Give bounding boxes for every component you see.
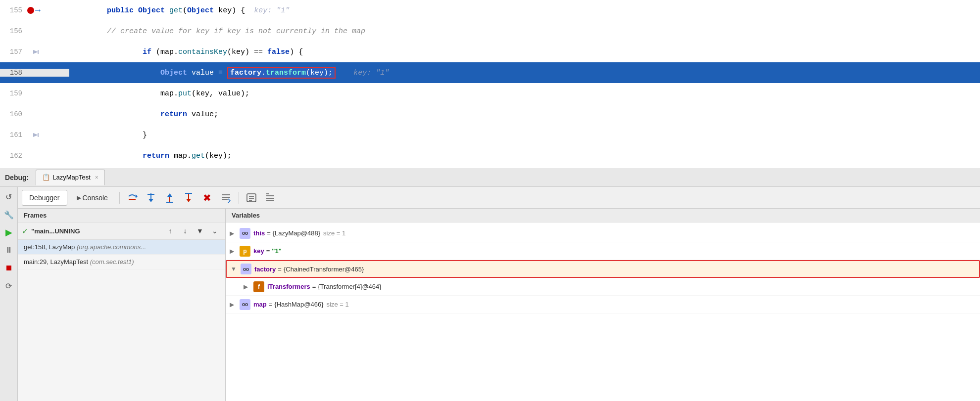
frames-filter-button[interactable]: ▼ — [194, 224, 206, 237]
variables-panel: Variables ▶ oo this = {LazyMap@488} size… — [226, 209, 980, 401]
view-breakpoints-button[interactable] — [243, 190, 260, 206]
line-number-157: 157 — [0, 48, 27, 56]
var-item-this[interactable]: ▶ oo this = {LazyMap@488} size = 1 — [226, 224, 980, 242]
debug-tabbar: Debug: 📋 LazyMapTest × — [0, 168, 980, 187]
gutter-157: 157 — [0, 47, 69, 56]
code-line-161: 161 } — [0, 125, 980, 145]
step-out-button[interactable] — [161, 190, 178, 206]
line-number-158: 158 — [0, 69, 27, 77]
mute-breakpoints-button[interactable] — [262, 190, 279, 206]
var-item-iTransformers[interactable]: ▶ f iTransformers = {Transformer[4]@464} — [226, 278, 980, 296]
tab-console-button[interactable]: ▶ Console — [69, 190, 115, 206]
frames-toolbar: ✓ "main...UNNING ↑ ↓ ▼ ⌄ — [18, 223, 225, 240]
console-arrow-icon: ▶ — [77, 194, 81, 201]
reload-button[interactable]: ⟳ — [2, 279, 16, 293]
var-eq-iTransformers: = — [312, 283, 316, 290]
svg-marker-0 — [33, 50, 38, 54]
frame-text-0: get:158, LazyMap (org.apache.commons... — [24, 243, 146, 251]
frames-down-button[interactable]: ↓ — [179, 224, 192, 237]
stop-debug-button[interactable]: ✖ — [199, 190, 216, 206]
gutter-162: 162 — [0, 152, 69, 160]
svg-marker-6 — [136, 194, 138, 198]
code-line-162: 162 return map.get(key); — [0, 145, 980, 166]
var-value-factory: {ChainedTransformer@465} — [284, 266, 364, 273]
pause-button[interactable]: ⏸ — [2, 243, 16, 257]
line-number-156: 156 — [0, 27, 27, 35]
step-over-button[interactable] — [124, 190, 141, 206]
code-line-163: 163 } — [0, 166, 980, 168]
var-expand-map[interactable]: ▶ — [230, 301, 240, 308]
var-value-map: {HashMap@466} — [274, 301, 323, 308]
var-icon-map: oo — [240, 299, 250, 310]
svg-marker-12 — [167, 193, 172, 197]
var-name-map: map — [253, 301, 267, 308]
var-eq-map: = — [269, 301, 273, 308]
var-item-map[interactable]: ▶ oo map = {HashMap@466} size = 1 — [226, 296, 980, 313]
step-into-button[interactable] — [143, 190, 159, 206]
close-tab-icon[interactable]: × — [95, 174, 98, 181]
thread-name: "main...UNNING — [31, 227, 80, 235]
code-line-157: 157 if (map.containsKey(key) == false) { — [0, 42, 980, 62]
var-item-factory[interactable]: ▼ oo factory = {ChainedTransformer@465} — [226, 260, 980, 278]
var-size-this: size = 1 — [323, 229, 345, 237]
svg-marker-2 — [33, 133, 38, 137]
restart-button[interactable]: ↺ — [2, 190, 16, 204]
frames-panel: Frames ✓ "main...UNNING ↑ ↓ ▼ ⌄ — [18, 209, 226, 401]
var-eq-key: = — [266, 247, 270, 255]
evaluate-button[interactable] — [218, 190, 235, 206]
frames-settings-button[interactable]: ⌄ — [208, 224, 221, 237]
line-content-163: } — [69, 164, 980, 169]
var-name-key: key — [253, 247, 264, 255]
code-line-158: 158 Object value = factory.transform(key… — [0, 62, 980, 83]
gutter-161: 161 — [0, 131, 69, 139]
line-content-156: // create value for key if key is not cu… — [69, 27, 980, 36]
tab-name: LazyMapTest — [52, 174, 91, 181]
stop-button[interactable]: ⏹ — [2, 261, 16, 275]
thread-check-icon: ✓ — [22, 226, 28, 236]
var-item-key[interactable]: ▶ p key = "1" — [226, 242, 980, 260]
line-content-155: public Object get(Object key) { key: "1" — [69, 0, 980, 23]
var-icon-key: p — [240, 246, 250, 257]
console-label: Console — [83, 194, 108, 202]
run-to-cursor-button[interactable] — [180, 190, 197, 206]
var-size-map: size = 1 — [327, 301, 349, 308]
var-value-iTransformers: {Transformer[4]@464} — [318, 283, 381, 290]
frame-item-0[interactable]: get:158, LazyMap (org.apache.commons... — [18, 240, 225, 255]
code-editor: 155 → public Object get(Object key) { ke… — [0, 0, 980, 168]
var-expand-factory[interactable]: ▼ — [231, 266, 241, 272]
resume-button[interactable]: ▶ — [2, 225, 16, 239]
var-expand-key[interactable]: ▶ — [230, 248, 240, 255]
line-number-162: 162 — [0, 152, 27, 160]
gutter-156: 156 — [0, 27, 69, 35]
code-line-160: 160 return value; — [0, 104, 980, 125]
svg-marker-15 — [186, 199, 191, 202]
debug-side-buttons: ↺ 🔧 ▶ ⏸ ⏹ ⟳ — [0, 187, 18, 401]
frames-up-button[interactable]: ↑ — [164, 224, 177, 237]
tab-icon: 📋 — [42, 174, 50, 181]
debug-tab-lazymaptest[interactable]: 📋 LazyMapTest × — [36, 170, 105, 185]
frame-thread-status: ✓ "main...UNNING — [22, 226, 162, 236]
debug-toolbar: Debugger ▶ Console ✖ — [18, 187, 980, 209]
debug-content: Frames ✓ "main...UNNING ↑ ↓ ▼ ⌄ — [18, 209, 980, 401]
frames-list: get:158, LazyMap (org.apache.commons... … — [18, 240, 225, 401]
var-name-iTransformers: iTransformers — [267, 283, 310, 290]
settings-button[interactable]: 🔧 — [2, 208, 16, 222]
gutter-158: 158 — [0, 69, 69, 77]
var-icon-this: oo — [240, 228, 250, 239]
arrow-icon-161 — [27, 131, 45, 139]
gutter-160: 160 — [0, 110, 69, 118]
code-line-155: 155 → public Object get(Object key) { ke… — [0, 0, 980, 21]
var-expand-this[interactable]: ▶ — [230, 230, 240, 237]
frames-header: Frames — [18, 209, 225, 223]
breakpoint-arrow-icon-155: → — [27, 6, 41, 15]
var-expand-iTransformers[interactable]: ▶ — [244, 283, 253, 290]
variables-list: ▶ oo this = {LazyMap@488} size = 1 ▶ p k… — [226, 223, 980, 401]
var-name-factory: factory — [254, 266, 276, 273]
frame-item-1[interactable]: main:29, LazyMapTest (com.sec.test1) — [18, 255, 225, 269]
tab-debugger-button[interactable]: Debugger — [22, 190, 67, 206]
toolbar-separator-1 — [119, 192, 120, 204]
var-eq-this: = — [267, 229, 271, 237]
code-line-156: 156 // create value for key if key is no… — [0, 21, 980, 42]
var-value-key: "1" — [272, 247, 282, 255]
line-number-155: 155 — [0, 6, 27, 14]
